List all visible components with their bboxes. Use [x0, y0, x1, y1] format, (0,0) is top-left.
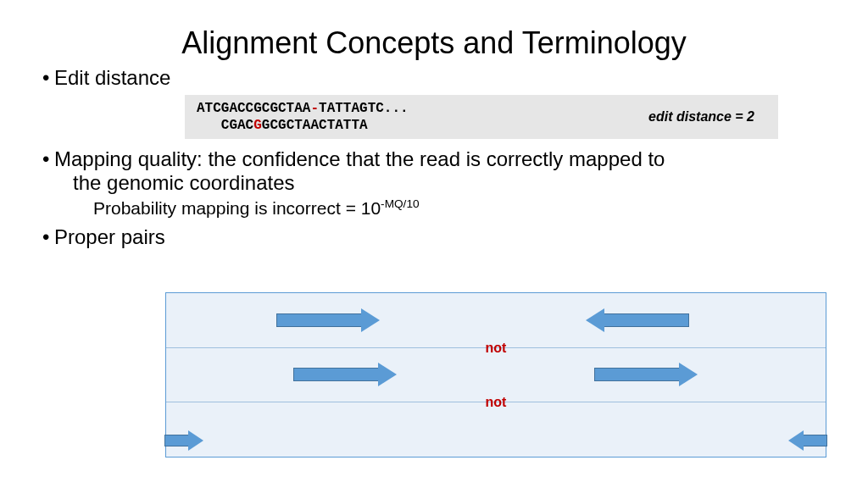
- bullet-proper-pairs: Proper pairs: [54, 225, 817, 249]
- slide-title: Alignment Concepts and Terminology: [0, 0, 868, 66]
- not-label: not: [486, 395, 507, 410]
- bullet-mapping-quality: Mapping quality: the confidence that the…: [54, 147, 817, 171]
- mapping-quality-formula: Probability mapping is incorrect = 10-MQ…: [93, 197, 817, 219]
- bullet-mapping-quality-cont: the genomic coordinates: [73, 171, 817, 196]
- not-label: not: [486, 341, 507, 356]
- arrow-right-icon: [164, 430, 203, 451]
- edit-distance-note: edit distance = 2: [648, 108, 754, 125]
- slide-content: Edit distance ATCGACCGCGCTAA-TATTAGTC...…: [0, 66, 868, 249]
- arrow-right-icon: [594, 363, 698, 386]
- arrow-left-icon: [586, 308, 689, 332]
- arrow-right-icon: [293, 363, 397, 386]
- arrow-right-icon: [276, 308, 380, 332]
- arrow-left-icon: [788, 430, 827, 451]
- bullet-edit-distance: Edit distance: [54, 66, 817, 90]
- proper-pairs-diagram: not not: [165, 292, 826, 458]
- sequence-alignment-box: ATCGACCGCGCTAA-TATTAGTC... CGACGGCGCTAAC…: [185, 95, 778, 139]
